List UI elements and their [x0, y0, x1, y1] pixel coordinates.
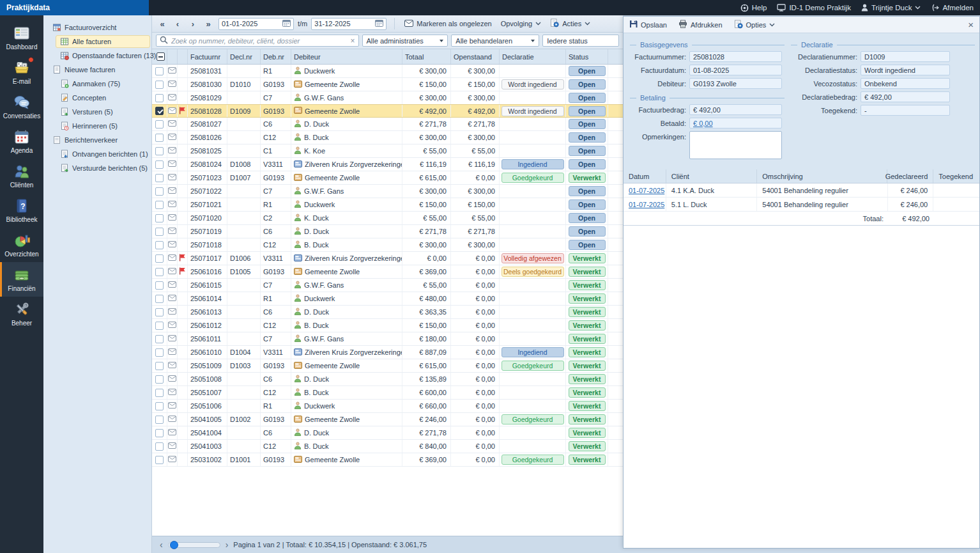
row-checkbox[interactable] [155, 107, 164, 115]
page-slider-knob[interactable] [170, 541, 178, 549]
table-row[interactable]: 25081028D1009G0193Gemeente Zwolle€ 492,0… [152, 104, 623, 118]
table-row[interactable]: 25071021R1Duckwerk€ 150,00€ 150,00Open [152, 198, 623, 212]
last-period-button[interactable]: » [202, 17, 215, 30]
row-checkbox[interactable] [155, 201, 164, 209]
table-row[interactable]: 25061013C6D. Duck€ 363,35€ 0,00Verwerkt [152, 306, 623, 319]
detail-table-row[interactable]: 01-07-20254.1 K.A. Duck54001 Behandeling… [624, 183, 979, 198]
table-row[interactable]: 25081027C6D. Duck€ 271,78€ 271,78Open [152, 118, 623, 131]
row-checkbox[interactable] [155, 442, 164, 451]
sidebar-item-overzichten[interactable]: Overzichten [0, 228, 43, 262]
table-row[interactable]: 25041003C12B. Duck€ 840,00€ 0,00Verwerkt [152, 440, 623, 453]
row-checkbox[interactable] [155, 67, 164, 75]
tree-item-alle-facturen[interactable]: Alle facturen [43, 35, 151, 49]
table-row[interactable]: 25031002D1001G0193Gemeente Zwolle€ 369,0… [152, 453, 623, 467]
row-checkbox[interactable] [155, 362, 164, 370]
table-row[interactable]: 25061010D1004V3311Zilveren Kruis Zorgver… [152, 346, 623, 359]
table-row[interactable]: 25071018C12B. Duck€ 300,00€ 300,00Open [152, 238, 623, 252]
sidebar-item-beheer[interactable]: Beheer [0, 297, 43, 331]
row-checkbox[interactable] [155, 174, 164, 182]
table-row[interactable]: 25051009D1003G0193Gemeente Zwolle€ 615,0… [152, 359, 623, 373]
table-row[interactable]: 25061014R1Duckwerk€ 480,00€ 0,00Verwerkt [152, 292, 623, 306]
row-checkbox[interactable] [155, 295, 164, 303]
row-checkbox[interactable] [155, 147, 164, 155]
practice-indicator[interactable]: ID-1 Demo Praktijk [777, 4, 851, 12]
table-row[interactable]: 25051006R1Duckwerk€ 660,00€ 0,00Verwerkt [152, 400, 623, 413]
row-checkbox[interactable] [155, 416, 164, 424]
table-row[interactable]: 25071022C7G.W.F. Gans€ 300,00€ 300,00Ope… [152, 185, 623, 198]
tree-item-factuuroverzicht[interactable]: Factuuroverzicht [43, 20, 151, 35]
header-debnr[interactable]: Deb.nr [261, 49, 291, 64]
sidebar-item-dashboard[interactable]: Dashboard [0, 20, 43, 55]
table-row[interactable]: 25071017D1006V3311Zilveren Kruis Zorgver… [152, 252, 623, 265]
header-debiteur[interactable]: Debiteur [291, 49, 402, 64]
betaald-field[interactable]: € 0,00 [689, 118, 782, 129]
acties-menu[interactable]: Acties [547, 19, 593, 29]
table-row[interactable]: 25041004C6D. Duck€ 271,78€ 0,00Verwerkt [152, 426, 623, 440]
row-checkbox[interactable] [155, 81, 164, 89]
opvolging-menu[interactable]: Opvolging [498, 20, 545, 27]
page-slider[interactable] [168, 542, 220, 548]
tree-item-berichtenverkeer[interactable]: Berichtenverkeer [43, 133, 151, 147]
table-row[interactable]: 25081030D1010G0193Gemeente Zwolle€ 150,0… [152, 78, 623, 91]
row-checkbox[interactable] [155, 228, 164, 236]
tree-item-nieuwe-facturen[interactable]: Nieuwe facturen [43, 63, 151, 77]
table-row[interactable]: 25081024D1008V3311Zilveren Kruis Zorgver… [152, 158, 623, 171]
previous-period-button[interactable]: ‹ [171, 17, 184, 30]
tree-item-herinneren[interactable]: Herinneren (5) [43, 119, 151, 133]
row-checkbox[interactable] [155, 214, 164, 222]
debiteur-field[interactable]: G0193 Zwolle [689, 78, 782, 89]
row-checkbox[interactable] [155, 402, 164, 410]
table-row[interactable]: 25071019C6D. Duck€ 271,78€ 271,78Open [152, 225, 623, 238]
declaratienummer-field[interactable]: D1009 [861, 51, 950, 62]
table-row[interactable]: 25081029C7G.W.F. Gans€ 300,00€ 300,00Ope… [152, 91, 623, 105]
practitioner-select[interactable]: Alle behandelaren [451, 35, 539, 47]
next-page-arrow[interactable]: › [226, 540, 229, 550]
datum-link[interactable]: 01-07-2025 [629, 201, 664, 208]
tree-item-versturen[interactable]: Versturen (5) [43, 105, 151, 119]
table-row[interactable]: 25071020C2K. Duck€ 55,00€ 55,00Open [152, 212, 623, 225]
options-menu[interactable]: Opties [734, 20, 776, 30]
table-row[interactable]: 25061011C7G.W.F. Gans€ 180,00€ 0,00Verwe… [152, 332, 623, 346]
row-checkbox[interactable] [155, 187, 164, 196]
sidebar-item-e-mail[interactable]: E-mail [0, 55, 43, 90]
betaald-link[interactable]: € 0,00 [693, 120, 713, 127]
sidebar-item-bibliotheek[interactable]: ?Bibliotheek [0, 193, 43, 228]
previous-page-arrow[interactable]: ‹ [160, 540, 163, 550]
help-button[interactable]: Help [740, 4, 767, 12]
save-button[interactable]: Opslaan [629, 20, 667, 29]
factuurbedrag-field[interactable]: € 492,00 [689, 104, 782, 115]
date-to-field[interactable]: 31-12-2025 [311, 18, 387, 30]
date-from-field[interactable]: 01-01-2025 [218, 18, 294, 30]
sidebar-item-financiën[interactable]: Financiën [0, 262, 43, 297]
tree-item-verstuurde-berichten[interactable]: Verstuurde berichten (5) [43, 161, 151, 175]
next-period-button[interactable]: › [187, 17, 199, 30]
row-checkbox[interactable] [155, 456, 164, 464]
table-row[interactable]: 25051008C6D. Duck€ 135,89€ 0,00Verwerkt [152, 373, 623, 386]
first-period-button[interactable]: « [156, 17, 169, 30]
table-row[interactable]: 25071023D1007G0193Gemeente Zwolle€ 615,0… [152, 171, 623, 185]
detail-header-client[interactable]: Cliënt [666, 169, 757, 183]
detail-header-gedeclareerd[interactable]: Gedeclareerd [887, 169, 933, 183]
declaratiebedrag-field[interactable]: € 492,00 [861, 91, 950, 102]
logout-button[interactable]: Afmelden [931, 4, 974, 12]
search-input[interactable] [171, 37, 348, 45]
tree-item-ontvangen-berichten[interactable]: Ontvangen berichten (1) [43, 147, 151, 161]
toegekend-field[interactable]: - [861, 105, 950, 116]
row-checkbox[interactable] [155, 348, 164, 357]
table-row[interactable]: 25061016D1005G0193Gemeente Zwolle€ 369,0… [152, 265, 623, 279]
row-checkbox[interactable] [155, 389, 164, 397]
table-row[interactable]: 25061012C12B. Duck€ 150,00€ 0,00Verwerkt [152, 319, 623, 332]
datum-link[interactable]: 01-07-2025 [629, 187, 664, 194]
sidebar-item-cliënten[interactable]: Cliënten [0, 159, 43, 193]
row-checkbox[interactable] [155, 375, 164, 384]
clear-search-icon[interactable]: × [351, 36, 355, 45]
detail-header-omschrijving[interactable]: Omschrijving [757, 169, 887, 183]
table-row[interactable]: 25061015C7G.W.F. Gans€ 55,00€ 0,00Verwer… [152, 279, 623, 292]
row-checkbox[interactable] [155, 308, 164, 316]
header-status[interactable]: Status [566, 49, 608, 64]
administration-select[interactable]: Alle administraties [362, 35, 448, 47]
header-factuurnr[interactable]: Factuurnr [188, 49, 227, 64]
detail-header-datum[interactable]: Datum [624, 169, 666, 183]
row-checkbox[interactable] [155, 120, 164, 129]
tree-item-openstaande-facturen[interactable]: Openstaande facturen (13) [43, 49, 151, 63]
